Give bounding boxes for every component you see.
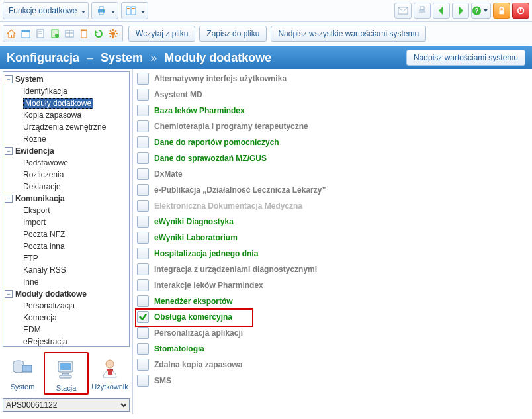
svg-point-23 [55,34,59,38]
module-row[interactable]: Hospitalizacja jednego dnia [137,246,528,261]
lock-icon [497,6,506,15]
module-checkbox[interactable] [137,89,149,101]
scope-tab-stacja[interactable]: Stacja [44,352,89,395]
svg-rect-46 [107,369,113,371]
module-row[interactable]: DxMate [137,167,528,181]
tree-item[interactable]: eRejestracja [11,336,129,347]
module-checkbox[interactable] [137,73,149,85]
module-row[interactable]: Dane do raportów pomocniczych [137,135,528,150]
sheet-icon-button[interactable] [34,27,47,40]
tree-item[interactable]: Poczta NFZ [11,228,129,240]
module-row[interactable]: Interakcje leków Pharmindex [137,278,528,293]
functions-menu[interactable]: Funkcje dodatkowe [3,2,89,19]
module-row[interactable]: Alternatywny interfejs użytkownika [137,71,528,86]
module-row[interactable]: Baza leków Pharmindex [137,103,528,118]
table-icon-button[interactable] [63,27,76,40]
help-menu[interactable]: ? [471,3,491,19]
module-checkbox[interactable] [137,375,149,387]
tree-group-ewidencja[interactable]: −Ewidencja [3,145,129,157]
minus-icon: − [5,290,13,298]
save-to-file-button[interactable]: Zapisz do pliku [199,26,267,42]
scope-tab-uzytkownik[interactable]: Użytkownik [89,352,131,395]
module-checkbox[interactable] [137,184,149,196]
tree-item[interactable]: Inne [11,276,129,288]
lock-button[interactable] [493,3,510,19]
tree-item[interactable]: Różne [11,133,129,145]
module-row[interactable]: eWyniki Laboratorium [137,230,528,245]
document-icon-button[interactable] [77,27,91,40]
overwrite-system-button[interactable]: Nadpisz wartościami systemu [406,50,525,66]
tree-item[interactable]: Personalizacja [11,300,129,312]
module-row[interactable]: Asystent MD [137,87,528,102]
module-row[interactable]: Personalizacja aplikacji [137,326,528,340]
module-row[interactable]: eWyniki Diagnostyka [137,214,528,229]
refresh-icon-button[interactable] [92,27,105,40]
module-checkbox[interactable] [137,295,149,307]
module-checkbox[interactable] [137,168,149,180]
module-row[interactable]: Zdalna kopia zapasowa [137,357,528,372]
tree-item[interactable]: Kanały RSS [11,264,129,276]
forward-button[interactable] [452,3,469,19]
tree-group-system[interactable]: −System [3,73,129,85]
back-button[interactable] [433,3,450,19]
module-checkbox[interactable] [137,327,149,339]
tree-item[interactable]: Poczta inna [11,240,129,252]
load-from-file-button[interactable]: Wczytaj z pliku [128,26,195,42]
module-checkbox[interactable] [137,343,149,355]
svg-line-35 [115,36,116,37]
print-preview-button[interactable] [414,3,431,19]
module-row[interactable]: Elektroniczna Dokumentacja Medyczna [137,199,528,213]
module-checkbox[interactable] [137,200,149,212]
tree-item[interactable]: Komercja [11,312,129,324]
tree-item[interactable]: Podstawowe [11,157,129,169]
power-button[interactable] [512,3,529,19]
print-menu[interactable] [91,2,118,19]
module-checkbox[interactable] [137,263,149,275]
module-row[interactable]: e-Publikacja „Działalność Lecznicza Leka… [137,183,528,197]
tree-item[interactable]: Identyfikacja [11,85,129,97]
tree-item[interactable]: Import [11,216,129,228]
module-checkbox[interactable] [137,120,149,132]
tree-group-komunikacja[interactable]: −Komunikacja [3,193,129,205]
module-checkbox[interactable] [137,359,149,371]
config-tree[interactable]: −SystemIdentyfikacjaModuły dodatkoweKopi… [3,71,130,347]
module-checkbox[interactable] [137,216,149,228]
tree-item[interactable]: FTP [11,252,129,264]
module-checkbox[interactable] [137,248,149,259]
module-checkbox[interactable] [137,232,149,244]
gear-icon-button[interactable] [107,27,120,40]
home-icon-button[interactable] [5,27,18,40]
calendar-icon-button[interactable] [19,27,32,40]
module-row[interactable]: Stomatologia [137,342,528,356]
station-select[interactable]: APS00061122 [3,398,130,412]
tree-item[interactable]: Urządzenia zewnętrzne [11,121,129,133]
tree-item[interactable]: EDM [11,324,129,336]
tree-item[interactable]: Deklaracje [11,181,129,193]
svg-rect-1 [99,7,103,9]
svg-line-37 [115,30,116,32]
module-label: Baza leków Pharmindex [154,106,245,115]
module-row[interactable]: Dane do sprawozdań MZ/GUS [137,151,528,165]
svg-line-34 [110,30,111,32]
tree-item[interactable]: Rozliczenia [11,169,129,181]
module-checkbox[interactable] [137,279,149,291]
diskette-icon-button[interactable] [48,27,62,40]
scope-tab-system[interactable]: System [1,352,44,395]
tree-item[interactable]: Moduły dodatkowe [11,97,129,109]
module-checkbox[interactable] [137,105,149,116]
module-row[interactable]: Chemioterapia i programy terapeutyczne [137,119,528,134]
tree-group-moduly[interactable]: −Moduły dodatkowe [3,288,129,300]
module-row[interactable]: Obsługa komercyjna [137,310,528,324]
overwrite-all-button[interactable]: Nadpisz wszystkie wartościami systemu [271,26,426,42]
module-row[interactable]: SMS [137,373,528,388]
module-checkbox[interactable] [137,311,149,323]
module-checkbox[interactable] [137,136,149,148]
module-label: Personalizacja aplikacji [154,328,243,338]
tree-item[interactable]: Kopia zapasowa [11,109,129,121]
module-row[interactable]: Menedżer eksportów [137,294,528,308]
module-row[interactable]: Integracja z urządzeniami diagnostycznym… [137,262,528,277]
module-checkbox[interactable] [137,152,149,164]
layout-menu[interactable] [121,2,148,19]
mail-button[interactable] [394,3,412,19]
tree-item[interactable]: Eksport [11,205,129,216]
